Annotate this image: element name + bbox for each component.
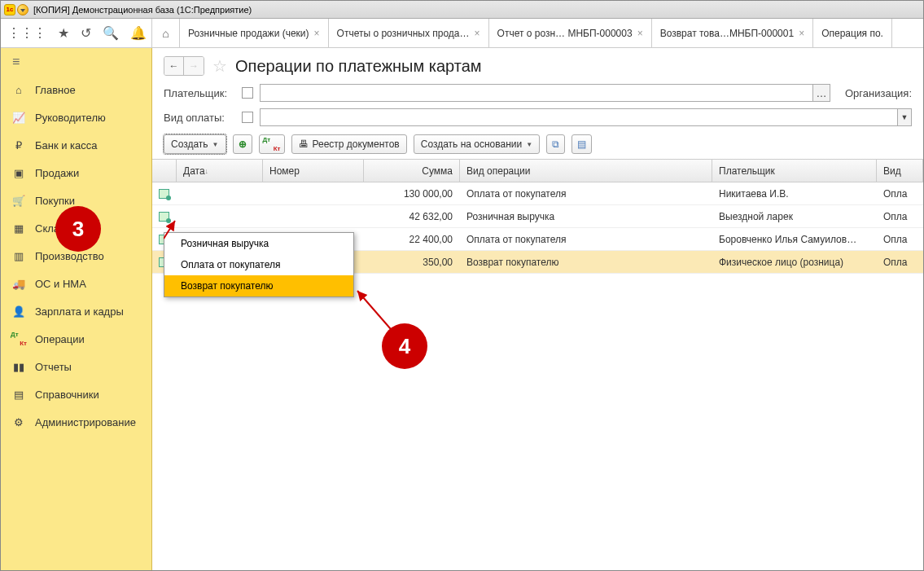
col-payer[interactable]: Плательщик (712, 160, 877, 182)
paytype-label: Вид оплаты: (164, 112, 235, 124)
sidebar-item-catalogs[interactable]: ▤Справочники (1, 380, 151, 408)
nav-forward-button[interactable]: → (184, 57, 204, 75)
paytype-checkbox[interactable] (242, 112, 253, 123)
registry-button[interactable]: 🖶Реестр документов (291, 134, 407, 154)
copy-button[interactable]: ⊕ (233, 134, 252, 154)
col-date[interactable]: Дата ↓ (177, 160, 263, 182)
sidebar-item-reports[interactable]: ▮▮Отчеты (1, 353, 151, 380)
create-button[interactable]: Создать▼ (164, 134, 226, 154)
close-icon[interactable]: × (637, 28, 643, 39)
bar-icon: ▥ (12, 250, 25, 262)
home-button[interactable]: ⌂ (152, 19, 180, 47)
titlebar: 1c [КОПИЯ] Демонстрационная база (1С:Пре… (1, 1, 923, 19)
payer-lookup-button[interactable]: … (812, 84, 830, 102)
document-icon (159, 212, 169, 222)
col-operation[interactable]: Вид операции (460, 160, 712, 182)
sidebar-item-bank[interactable]: ₽Банк и касса (1, 131, 151, 159)
close-icon[interactable]: × (314, 28, 320, 39)
sidebar-toggle-icon[interactable]: ≡ (1, 48, 151, 76)
payer-label: Плательщик: (164, 87, 235, 99)
gear-icon: ⚙ (12, 416, 25, 428)
annotation-marker-3: 3 (55, 206, 101, 252)
favorite-icon[interactable]: ★ (58, 25, 69, 41)
sidebar-item-main[interactable]: ⌂Главное (1, 76, 151, 103)
close-icon[interactable]: × (475, 28, 480, 39)
paytype-input[interactable] (260, 108, 897, 126)
sidebar-item-operations[interactable]: Операции (1, 325, 151, 353)
nav-arrows: ← → (164, 56, 204, 76)
menu-item[interactable]: Возврат покупателю (164, 275, 353, 296)
list-icon: ▤ (577, 138, 586, 150)
person-icon: 👤 (12, 305, 25, 318)
window-title: [КОПИЯ] Демонстрационная база (1С:Предпр… (33, 5, 252, 15)
col-number[interactable]: Номер (263, 160, 364, 182)
document-icon (159, 189, 169, 199)
paytype-dropdown-button[interactable]: ▼ (897, 108, 912, 126)
sidebar-item-assets[interactable]: 🚚ОС и НМА (1, 270, 151, 297)
box-icon: ▣ (12, 167, 25, 179)
col-type[interactable]: Вид (877, 160, 923, 182)
tab-return-doc[interactable]: Возврат това…МНБП-000001× (652, 19, 814, 47)
app-logo-icon: 1c (4, 4, 15, 15)
annotation-marker-4: 4 (382, 323, 427, 369)
copy-icon: ⊕ (239, 138, 247, 150)
apps-icon[interactable]: ⋮⋮⋮ (7, 25, 46, 41)
dtkt-button[interactable] (259, 134, 285, 154)
payer-input[interactable] (260, 84, 812, 102)
grid-icon: ▦ (12, 222, 25, 235)
payer-checkbox[interactable] (242, 87, 253, 99)
sidebar-item-manager[interactable]: 📈Руководителю (1, 103, 151, 131)
create-dropdown-menu: Розничная выручкаОплата от покупателяВоз… (164, 232, 354, 297)
sidebar-item-sales[interactable]: ▣Продажи (1, 159, 151, 187)
ruble-icon: ₽ (12, 139, 25, 152)
book-icon: ▤ (12, 389, 25, 401)
dtkt-icon (265, 138, 279, 150)
nav-back-button[interactable]: ← (164, 57, 184, 75)
favorite-toggle-icon[interactable]: ☆ (212, 56, 227, 76)
truck-icon: 🚚 (12, 278, 25, 290)
tab-operation[interactable]: Операция по. (813, 19, 892, 47)
table-row[interactable]: 42 632,00Розничная выручкаВыездной ларек… (152, 205, 923, 228)
search-icon[interactable]: 🔍 (103, 25, 119, 41)
structure-button[interactable]: ⧉ (546, 134, 565, 154)
tab-retail-sales[interactable]: Розничные продажи (чеки)× (180, 19, 329, 47)
list-button[interactable]: ▤ (571, 134, 592, 154)
close-icon[interactable]: × (799, 28, 804, 39)
trend-icon: 📈 (12, 112, 25, 124)
chart-icon: ▮▮ (12, 361, 25, 373)
menu-item[interactable]: Розничная выручка (164, 233, 353, 254)
history-icon[interactable]: ↺ (81, 25, 91, 41)
print-icon: 🖶 (299, 138, 309, 150)
grid-header: Дата ↓ Номер Сумма Вид операции Плательщ… (152, 160, 923, 182)
sidebar-item-admin[interactable]: ⚙Администрирование (1, 408, 151, 436)
cart-icon: 🛒 (12, 195, 25, 207)
tab-retail-report-doc[interactable]: Отчет о розн… МНБП-000003× (489, 19, 652, 47)
bell-icon[interactable]: 🔔 (130, 25, 147, 41)
structure-icon: ⧉ (552, 138, 559, 150)
tab-retail-reports[interactable]: Отчеты о розничных прода…× (329, 19, 489, 47)
home-icon: ⌂ (12, 84, 25, 96)
dtkt-icon (12, 333, 25, 345)
sidebar-item-hr[interactable]: 👤Зарплата и кадры (1, 297, 151, 325)
table-row[interactable]: 130 000,00Оплата от покупателяНикитаева … (152, 182, 923, 205)
col-sum[interactable]: Сумма (364, 160, 460, 182)
menu-item[interactable]: Оплата от покупателя (164, 254, 353, 275)
sidebar: ≡ ⌂Главное 📈Руководителю ₽Банк и касса ▣… (1, 48, 152, 570)
app-menu-dropdown[interactable] (17, 4, 28, 15)
create-based-button[interactable]: Создать на основании▼ (414, 134, 540, 154)
page-title: Операции по платежным картам (235, 57, 482, 76)
org-label: Организация: (845, 87, 912, 99)
